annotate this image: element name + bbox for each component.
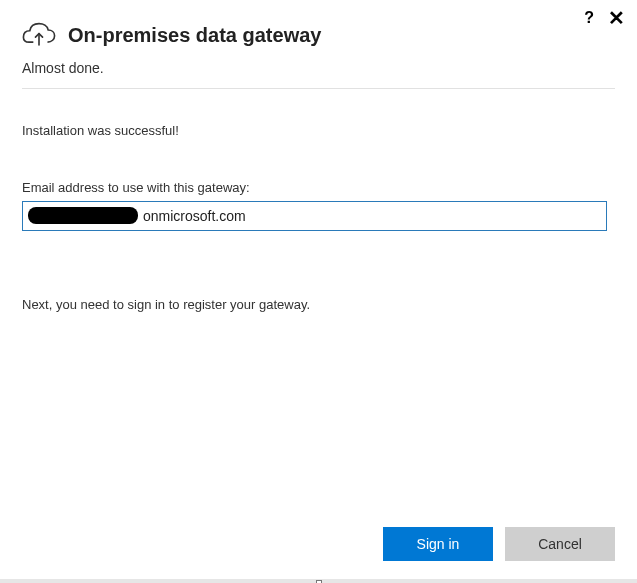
dialog-header: On-premises data gateway (0, 0, 637, 58)
dialog-subtitle: Almost done. (0, 58, 637, 88)
dialog-footer: Sign in Cancel (383, 527, 615, 561)
redacted-text (28, 207, 138, 224)
close-icon[interactable]: ✕ (608, 8, 625, 28)
cancel-button[interactable]: Cancel (505, 527, 615, 561)
email-field-label: Email address to use with this gateway: (22, 180, 615, 195)
dialog-title: On-premises data gateway (68, 24, 321, 47)
help-icon[interactable]: ? (584, 10, 594, 26)
install-status-text: Installation was successful! (22, 123, 615, 138)
next-instruction-text: Next, you need to sign in to register yo… (22, 297, 615, 312)
cloud-upload-icon (22, 20, 56, 50)
sign-in-button[interactable]: Sign in (383, 527, 493, 561)
